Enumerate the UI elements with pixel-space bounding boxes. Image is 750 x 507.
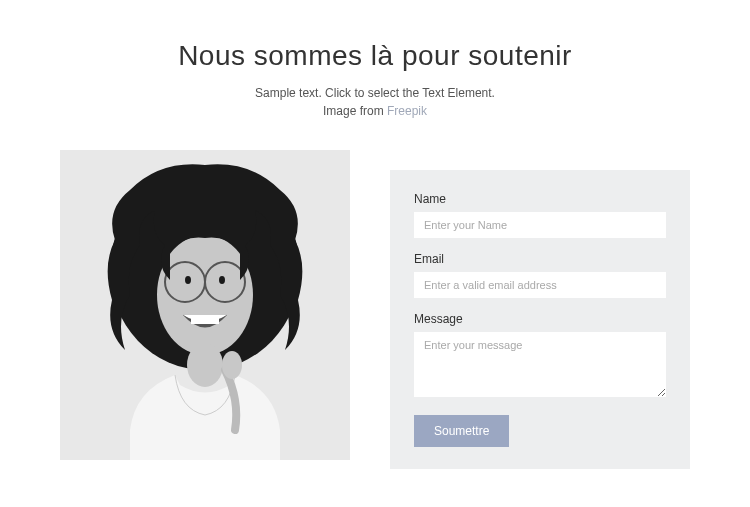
content-row: Name Email Message Soumettre (60, 150, 690, 469)
contact-form: Name Email Message Soumettre (390, 170, 690, 469)
email-label: Email (414, 252, 666, 266)
message-input[interactable] (414, 332, 666, 397)
subtitle-text-2: Image from (323, 104, 387, 118)
svg-point-10 (222, 351, 242, 379)
message-label: Message (414, 312, 666, 326)
header: Nous sommes là pour soutenir Sample text… (60, 40, 690, 120)
email-field-group: Email (414, 252, 666, 298)
svg-rect-8 (191, 316, 219, 324)
subtitle-text-1: Sample text. Click to select the Text El… (255, 86, 495, 100)
page-title: Nous sommes là pour soutenir (60, 40, 690, 72)
email-input[interactable] (414, 272, 666, 298)
svg-point-9 (187, 343, 223, 387)
name-label: Name (414, 192, 666, 206)
svg-point-3 (185, 276, 191, 284)
submit-button[interactable]: Soumettre (414, 415, 509, 447)
svg-point-2 (157, 235, 253, 355)
subtitle: Sample text. Click to select the Text El… (60, 84, 690, 120)
image-credit-link[interactable]: Freepik (387, 104, 427, 118)
name-input[interactable] (414, 212, 666, 238)
message-field-group: Message (414, 312, 666, 401)
svg-point-4 (219, 276, 225, 284)
name-field-group: Name (414, 192, 666, 238)
portrait-image (60, 150, 350, 460)
